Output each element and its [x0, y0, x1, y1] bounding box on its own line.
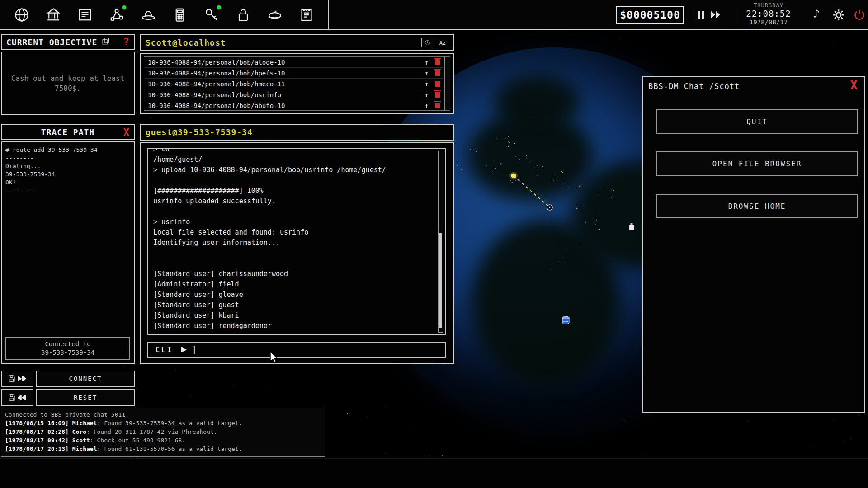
game-clock: THURSDAY 22:08:52 1978/08/17 — [741, 2, 796, 26]
terminal-line: [Administrator] field — [153, 279, 440, 290]
chat-close-button[interactable]: X — [850, 79, 858, 92]
trace-line: OK! — [5, 178, 130, 187]
map-database-icon[interactable] — [562, 316, 569, 324]
quit-button[interactable]: QUIT — [656, 109, 858, 134]
file-panel-body: 10-936-4088-94/personal/bob/alode-10 ↑ 1… — [140, 53, 454, 114]
delete-icon[interactable] — [435, 81, 440, 87]
file-name: 10-936-4088-94/personal/bob/alode-10 — [148, 59, 425, 66]
upload-icon[interactable]: ↑ — [425, 69, 429, 77]
terminal-lines: > cd/home/guest/> upload 10-936-4088-94/… — [153, 148, 440, 331]
upload-icon[interactable]: ↑ — [425, 58, 429, 66]
terminal-line: [Standard user] gleave — [153, 290, 440, 300]
terminal-output[interactable]: > cd/home/guest/> upload 10-936-4088-94/… — [147, 148, 446, 335]
notification-badge — [217, 5, 222, 10]
phreak-device-icon[interactable] — [169, 4, 191, 26]
file-name: 10-936-4088-94/personal/bob/usrinfo — [148, 91, 425, 99]
chat-title: BBS-DM Chat /Scott — [648, 82, 740, 91]
route-line — [514, 176, 550, 207]
log-author: [1978/08/17 02:28] Goro — [5, 428, 86, 435]
pause-button[interactable] — [698, 11, 704, 19]
connected-status: Connected to 39-533-7539-34 — [5, 337, 130, 360]
gear-icon[interactable] — [832, 8, 845, 23]
log-text: : Found 20-311-1787-42 via Phreakout. — [86, 428, 217, 435]
trace-title: TRACE PATH — [41, 127, 94, 137]
file-row[interactable]: 10-936-4088-94/personal/bob/hmeco-11 ↑ — [144, 79, 443, 89]
terminal-line: [Standard user] kbari — [153, 310, 440, 321]
file-row[interactable]: 10-936-4088-94/personal/bob/alode-10 ↑ — [144, 57, 443, 68]
terminal-line: [Standard user] rendagardener — [153, 321, 440, 331]
terminal-panel: > cd/home/guest/> upload 10-936-4088-94/… — [140, 142, 454, 364]
file-list-scrollbar[interactable] — [444, 57, 450, 110]
terminal-line: Local file selected and found: usrinfo — [153, 227, 440, 238]
trace-body: # route add 39-533-7539-34--------Dialin… — [1, 141, 135, 364]
terminal-scroll-thumb[interactable] — [439, 233, 442, 328]
delete-icon[interactable] — [435, 103, 440, 108]
music-icon[interactable]: ♪ — [813, 7, 820, 20]
popout-window-icon[interactable] — [102, 37, 110, 47]
terminal-header: guest@39-533-7539-34 — [140, 124, 454, 141]
agent-icon[interactable] — [137, 4, 159, 26]
origin-node[interactable] — [509, 172, 518, 180]
file-row[interactable]: 10-936-4088-94/personal/bob/abufo-10 ↑ — [144, 100, 443, 111]
save-forward-button[interactable] — [1, 371, 33, 387]
log-text: : Check out 55-493-9821-68. — [90, 437, 185, 444]
trace-line: # route add 39-533-7539-34 — [5, 146, 130, 154]
reset-button[interactable]: RESET — [36, 389, 135, 406]
map-device-icon[interactable] — [629, 223, 634, 230]
sort-by-time-button[interactable] — [421, 38, 433, 47]
lock-icon[interactable] — [232, 4, 254, 26]
notification-badge — [122, 5, 127, 10]
fast-forward-button[interactable] — [711, 11, 722, 20]
save-rewind-button[interactable] — [1, 389, 33, 406]
cli-input[interactable]: CLI | — [147, 342, 446, 358]
browse-home-button[interactable]: BROWSE HOME — [656, 194, 858, 218]
log-line: [1978/08/15 16:09] Michael: Found 39-533… — [5, 419, 321, 427]
news-icon[interactable] — [74, 4, 96, 26]
delete-icon[interactable] — [435, 70, 440, 76]
terminal-line: usrinfo uploaded successfully. — [153, 196, 440, 206]
upload-icon[interactable]: ↑ — [425, 80, 429, 88]
trace-close-button[interactable]: X — [123, 127, 129, 137]
objective-body: Cash out and keep at least 7500$. — [1, 52, 135, 115]
objective-header: CURRENT OBJECTIVE ? — [1, 34, 135, 50]
network-icon[interactable] — [106, 4, 127, 26]
log-author: [1978/08/15 16:09] Michael — [5, 420, 97, 427]
terminal-line: Identifying user information... — [153, 238, 440, 248]
file-row[interactable]: 10-936-4088-94/personal/bob/hpefs-10 ↑ — [144, 68, 443, 79]
terminal-scrollbar[interactable] — [438, 151, 443, 333]
open-file-browser-button[interactable]: OPEN FILE BROWSER — [656, 151, 858, 176]
terminal-line: > usrinfo — [153, 217, 440, 227]
delete-icon[interactable] — [435, 59, 440, 65]
key-icon[interactable] — [201, 4, 222, 26]
toolbar-separator — [328, 0, 329, 29]
bank-icon[interactable] — [42, 4, 64, 26]
upload-icon[interactable]: ↑ — [425, 102, 429, 110]
globe-icon[interactable] — [11, 4, 33, 26]
bottom-bar — [0, 458, 868, 488]
connect-button[interactable]: CONNECT — [36, 371, 135, 387]
power-icon[interactable] — [853, 8, 866, 23]
text-cursor: | — [192, 345, 197, 354]
terminal-line — [153, 248, 440, 258]
terminal-line: [Standard user] guest — [153, 300, 440, 310]
disguise-icon[interactable] — [264, 4, 286, 26]
sort-alphabetical-button[interactable]: Az — [437, 38, 448, 47]
trace-log: # route add 39-533-7539-34--------Dialin… — [5, 146, 130, 195]
clock-day: THURSDAY — [741, 2, 796, 9]
log-author: [1978/08/17 20:13] Michael — [5, 446, 97, 452]
trace-line: Dialing... — [5, 162, 130, 170]
delete-icon[interactable] — [435, 92, 440, 98]
target-node[interactable] — [547, 205, 552, 210]
terminal-line — [153, 206, 440, 217]
notes-icon[interactable] — [296, 4, 317, 26]
file-name: 10-936-4088-94/personal/bob/hmeco-11 — [148, 80, 425, 88]
upload-icon[interactable]: ↑ — [425, 91, 429, 99]
money-display: $00005100 — [616, 6, 684, 24]
log-line: [1978/08/17 02:28] Goro: Found 20-311-17… — [5, 427, 321, 436]
clock-date: 1978/08/17 — [741, 19, 796, 26]
log-line: [1978/08/17 09:42] Scott: Check out 55-4… — [5, 436, 321, 445]
file-row[interactable]: 10-936-4088-94/personal/bob/usrinfo ↑ — [144, 89, 443, 100]
objective-help-button[interactable]: ? — [123, 37, 129, 47]
chat-panel: BBS-DM Chat /Scott X QUIT OPEN FILE BROW… — [642, 76, 865, 413]
trace-header: TRACE PATH X — [1, 124, 135, 140]
